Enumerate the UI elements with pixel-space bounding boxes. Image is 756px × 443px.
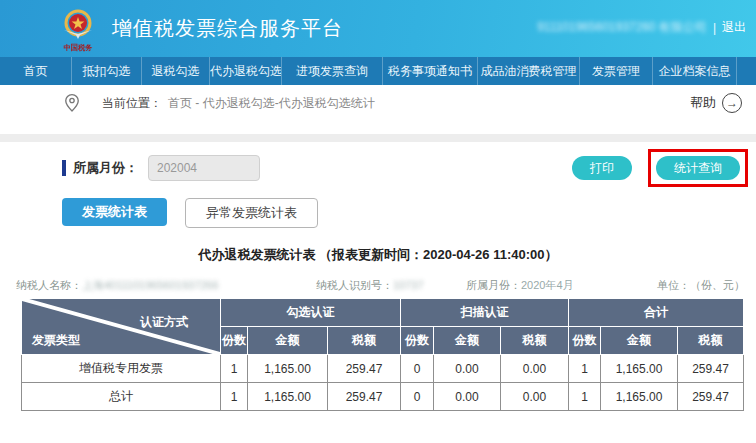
logout-link[interactable]: 退出 [722,19,746,36]
filter-row: 所属月份： 打印 统计查询 [0,152,756,184]
header-invoice-type: 发票类型 [32,332,80,349]
user-info-masked: 911101965601937260 有限公司 [537,19,707,36]
stats-query-button[interactable]: 统计查询 [656,156,740,180]
header-auth-method: 认证方式 [140,314,188,331]
col-header-amount: 金额 [601,327,678,355]
nav-item-enterprise-profile[interactable]: 企业档案信息 [653,57,737,85]
breadcrumb-label: 当前位置： [102,95,162,112]
cell-value: 0.00 [501,355,569,383]
main-nav: 首页 抵扣勾选 退税勾选 代办退税勾选 进项发票查询 税务事项通知书 成品油消费… [0,57,756,85]
group-header-total: 合计 [569,299,744,327]
app-banner: 中国税务 增值税发票综合服务平台 911101965601937260 有限公司… [0,0,756,57]
nav-item-input-invoice-query[interactable]: 进项发票查询 [282,57,383,85]
unit-label: 单位：（份、元） [656,278,745,293]
section-marker [62,160,66,176]
cell-value: 1,165.00 [601,355,678,383]
cell-value: 259.47 [328,355,401,383]
cell-value: 1,165.00 [601,383,678,411]
report-title: 代办退税发票统计表 （报表更新时间：2020-04-26 11:40:00） [0,246,756,264]
row-invoice-type: 增值税专用发票 [22,355,221,383]
help-arrow-icon: → [722,93,742,113]
breadcrumb: 首页 - 代办退税勾选-代办退税勾选统计 [168,95,375,112]
col-header-amount: 金额 [434,327,501,355]
help-label: 帮助 [690,94,716,112]
section-divider [0,134,756,142]
cell-value: 0.00 [434,383,501,411]
app-title: 增值税发票综合服务平台 [112,15,343,42]
cell-value: 1 [569,355,601,383]
taxpayer-id-value: 10737 [393,279,424,291]
period-value: 2020年4月 [521,279,574,291]
tax-logo: 中国税务 [56,8,100,53]
col-header-tax: 税额 [678,327,744,355]
spacer [0,121,756,134]
col-header-tax: 税额 [501,327,569,355]
tab-invoice-stats[interactable]: 发票统计表 [62,198,167,226]
cell-value: 259.47 [328,383,401,411]
logo-caption: 中国税务 [64,43,93,53]
cell-value: 1,165.00 [248,355,328,383]
cell-value: 259.47 [678,383,744,411]
nav-item-oil-tax-mgmt[interactable]: 成品油消费税管理 [478,57,580,85]
nav-item-deduction-check[interactable]: 抵扣勾选 [72,57,142,85]
col-header-count: 份数 [569,327,601,355]
col-header-tax: 税额 [328,327,401,355]
stats-tabs: 发票统计表 异常发票统计表 [0,198,756,228]
col-header-count: 份数 [401,327,434,355]
nav-filler [737,57,756,85]
cell-value: 0.00 [501,383,569,411]
table-row: 增值税专用发票 1 1,165.00 259.47 0 0.00 0.00 1 … [22,355,744,383]
help-button[interactable]: 帮助 → [690,93,742,113]
nav-item-home[interactable]: 首页 [0,57,72,85]
tax-emblem-icon [61,8,95,42]
group-header-scan-auth: 扫描认证 [401,299,569,327]
cell-value: 1 [221,355,248,383]
cell-value: 0 [401,355,434,383]
tab-abnormal-invoice-stats[interactable]: 异常发票统计表 [185,198,318,228]
nav-item-tax-notice[interactable]: 税务事项通知书 [383,57,478,85]
report-meta-row: 纳税人名称：上海4011101965601937266 纳税人识别号：10737… [16,278,745,293]
col-header-amount: 金额 [248,327,328,355]
cell-value: 1 [569,383,601,411]
cell-value: 0 [401,383,434,411]
period-label: 所属月份： [466,279,521,291]
month-input[interactable] [148,155,260,181]
row-invoice-type: 总计 [22,383,221,411]
location-pin-icon [62,93,82,113]
taxpayer-name-value: 上海4011101965601937266 [82,279,219,291]
diagonal-header-cell: 发票类型 认证方式 [22,299,221,355]
breadcrumb-row: 当前位置： 首页 - 代办退税勾选-代办退税勾选统计 帮助 → [0,85,756,121]
print-button[interactable]: 打印 [572,156,632,180]
cell-value: 0.00 [434,355,501,383]
cell-value: 259.47 [678,355,744,383]
taxpayer-id-label: 纳税人识别号： [316,279,393,291]
nav-item-agent-refund-check[interactable]: 代办退税勾选 [210,57,282,85]
user-divider: | [713,21,716,35]
month-label: 所属月份： [73,159,138,177]
cell-value: 1,165.00 [248,383,328,411]
nav-item-invoice-mgmt[interactable]: 发票管理 [580,57,653,85]
col-header-count: 份数 [221,327,248,355]
group-header-check-auth: 勾选认证 [221,299,401,327]
nav-item-refund-check[interactable]: 退税勾选 [142,57,210,85]
table-row-total: 总计 1 1,165.00 259.47 0 0.00 0.00 1 1,165… [22,383,744,411]
taxpayer-name-label: 纳税人名称： [16,279,82,291]
highlight-annotation: 统计查询 [648,149,748,187]
invoice-stats-table: 发票类型 认证方式 勾选认证 扫描认证 合计 份数 金额 税额 份数 金额 税额… [21,298,744,411]
cell-value: 1 [221,383,248,411]
